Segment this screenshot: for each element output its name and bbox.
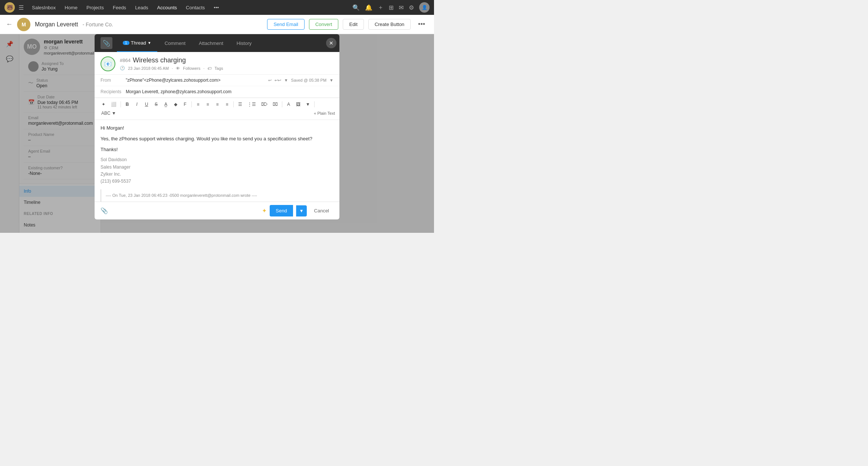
tab-comment[interactable]: Comment: [159, 34, 191, 52]
tb-font-btn[interactable]: F: [181, 100, 190, 108]
saved-dropdown[interactable]: ▼: [329, 78, 333, 82]
email-from-row: From "zPhone"<zPhone@zylcares.zohosuppor…: [95, 75, 339, 86]
main-layout: 📌 💬 MO morgan leverett ⚙ CRM morganlever…: [0, 34, 434, 233]
tb-image-btn[interactable]: 🖼: [294, 100, 303, 108]
send-email-button[interactable]: Send Email: [267, 19, 304, 30]
edit-button[interactable]: Edit: [343, 19, 364, 30]
tb-align-left-btn[interactable]: ≡: [194, 100, 203, 108]
tb-divider-2: [191, 101, 192, 107]
clock-icon: 🕐: [120, 66, 125, 71]
contact-avatar-small: M: [17, 18, 30, 31]
tb-indent-btn[interactable]: ⌦: [259, 100, 270, 108]
convert-button[interactable]: Convert: [309, 19, 339, 30]
sig-title: Sales Manager: [101, 164, 333, 171]
modal-header-icon: 📎: [101, 37, 112, 49]
tb-color-btn[interactable]: ◆: [171, 100, 180, 108]
tab-attachment[interactable]: Attachment: [193, 34, 229, 52]
email-ticket-number: #864: [120, 58, 131, 63]
tb-ul-btn[interactable]: ☰: [236, 100, 244, 108]
tb-divider-5: [314, 101, 315, 107]
modal-header: 📎 1 Thread ▼ Comment Attachment History …: [95, 34, 339, 52]
dot-sep: ·: [172, 66, 173, 71]
from-value: "zPhone"<zPhone@zylcares.zohosupport.com…: [126, 78, 265, 83]
tb-more-btn[interactable]: ▼: [303, 100, 312, 108]
menu-icon[interactable]: ☰: [19, 4, 24, 11]
email-thanks: Thanks!: [101, 146, 333, 154]
send-button[interactable]: Send: [270, 205, 293, 216]
saved-status: Saved @ 05:38 PM: [291, 78, 327, 82]
sig-company: Zylker Inc.: [101, 171, 333, 178]
tb-bold-btn[interactable]: B: [123, 100, 132, 108]
thread-dropdown-icon[interactable]: ▼: [148, 41, 151, 45]
tb-align-center-btn[interactable]: ≡: [203, 100, 212, 108]
create-button-btn[interactable]: Create Button: [368, 19, 411, 30]
tb-outdent-btn[interactable]: ⌧: [270, 100, 280, 108]
tb-font-size-btn[interactable]: A: [284, 100, 293, 108]
tb-divider-3: [233, 101, 234, 107]
tb-ol-btn[interactable]: ⋮☰: [245, 100, 258, 108]
tb-highlight-btn[interactable]: A̲: [161, 100, 170, 108]
plain-text-toggle[interactable]: « Plain Text: [314, 111, 335, 115]
nav-more[interactable]: •••: [210, 3, 223, 12]
nav-salesinbox[interactable]: SalesInbox: [28, 3, 59, 12]
reply-all-icon[interactable]: ↩↩: [274, 78, 281, 83]
tb-divider-1: [121, 101, 121, 107]
sparkle-icon[interactable]: ✦: [262, 207, 267, 214]
tb-template-btn[interactable]: ABC ▼: [99, 109, 118, 117]
recipients-label: Recipients: [101, 89, 123, 94]
send-dropdown-button[interactable]: ▼: [296, 205, 307, 216]
tab-thread[interactable]: 1 Thread ▼: [117, 34, 157, 52]
email-body-line1: Yes, the zPhones support wireless chargi…: [101, 135, 333, 143]
tags-label[interactable]: Tags: [214, 66, 223, 71]
tb-strike-btn[interactable]: S: [152, 100, 161, 108]
thread-label: Thread: [131, 40, 146, 46]
nav-projects[interactable]: Projects: [83, 3, 108, 12]
history-label: History: [237, 40, 251, 46]
search-icon[interactable]: 🔍: [352, 4, 360, 11]
thread-badge: 1: [123, 41, 129, 45]
followers-label[interactable]: Followers: [183, 66, 200, 71]
user-avatar[interactable]: 👤: [419, 2, 430, 13]
tb-italic-btn[interactable]: I: [132, 100, 141, 108]
from-label: From: [101, 78, 123, 83]
tb-copy-btn[interactable]: ⬜: [109, 100, 119, 108]
reply-icon[interactable]: ↩: [268, 78, 272, 83]
back-button[interactable]: ←: [6, 20, 13, 28]
dot-sep2: ·: [203, 66, 204, 71]
modal-close-button[interactable]: ✕: [326, 38, 336, 48]
modal-overlay: 📎 1 Thread ▼ Comment Attachment History …: [0, 34, 434, 233]
top-navigation: 🐻 ☰ SalesInbox Home Projects Feeds Leads…: [0, 0, 434, 15]
attach-icon[interactable]: 📎: [101, 207, 108, 214]
modal-footer: 📎 ✦ Send ▼ Cancel: [95, 202, 339, 219]
footer-input[interactable]: [111, 208, 259, 214]
tb-align-justify-btn[interactable]: ≡: [223, 100, 231, 108]
nav-contacts[interactable]: Contacts: [182, 3, 208, 12]
grid-icon[interactable]: ⊞: [389, 4, 394, 11]
email-subject-title: Wireless charging: [133, 56, 186, 64]
contact-company-header: - Fortune Co.: [83, 22, 113, 27]
email-subject-row: 📧 #864 Wireless charging 🕐 23 Jan 2018 0…: [95, 52, 339, 75]
bell-icon[interactable]: 🔔: [365, 4, 372, 11]
more-options-button[interactable]: •••: [415, 19, 428, 30]
mail-icon[interactable]: ✉: [399, 4, 404, 11]
nav-home[interactable]: Home: [61, 3, 81, 12]
dropdown-icon[interactable]: ▼: [284, 78, 288, 82]
nav-feeds[interactable]: Feeds: [109, 3, 130, 12]
email-body: Hi Morgan! Yes, the zPhones support wire…: [95, 120, 339, 202]
tab-history[interactable]: History: [231, 34, 257, 52]
sub-header: ← M Morgan Leverett - Fortune Co. Send E…: [0, 15, 434, 34]
app-logo[interactable]: 🐻: [4, 2, 15, 13]
tb-underline-btn[interactable]: U: [142, 100, 151, 108]
nav-accounts[interactable]: Accounts: [154, 3, 181, 12]
add-icon[interactable]: ＋: [378, 4, 384, 12]
tb-magic-btn[interactable]: ✦: [99, 100, 108, 108]
tb-align-right-btn[interactable]: ≡: [213, 100, 222, 108]
cancel-button[interactable]: Cancel: [310, 205, 333, 216]
email-sender-avatar: 📧: [101, 56, 115, 71]
settings-icon[interactable]: ⚙: [409, 4, 414, 11]
quoted-header: ---- On Tue, 23 Jan 2018 06:45:23 -0500 …: [106, 192, 329, 199]
attachment-label: Attachment: [199, 40, 223, 46]
recipients-value: Morgan Leverett, zphone@zylcares.zohosup…: [126, 89, 331, 94]
tb-divider-4: [282, 101, 282, 107]
nav-leads[interactable]: Leads: [131, 3, 152, 12]
